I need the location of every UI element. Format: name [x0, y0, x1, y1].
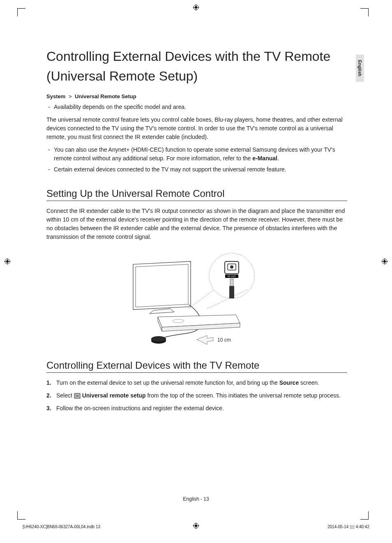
list: You can also use the Anynet+ (HDMI-CEC) …: [46, 146, 347, 174]
list-item: Certain external devices connected to th…: [46, 165, 347, 174]
chevron-right-icon: >: [67, 93, 74, 99]
registration-mark-icon: [381, 258, 388, 265]
ordered-list: Turn on the external device to set up th…: [46, 379, 347, 413]
svg-point-19: [230, 266, 233, 269]
section-heading: Controlling External Devices with the TV…: [46, 360, 347, 373]
svg-text:10 cm: 10 cm: [217, 337, 231, 343]
language-tab-label: English: [357, 60, 362, 76]
svg-line-16: [189, 290, 213, 309]
page-content: Controlling External Devices with the TV…: [46, 46, 347, 417]
page-title: Controlling External Devices with the TV…: [46, 46, 347, 86]
paragraph: Connect the IR extender cable to the TV'…: [46, 207, 347, 241]
diagram: IR OUT 10 cm: [46, 251, 347, 346]
list-item: Follow the on-screen instructions and re…: [46, 404, 347, 413]
registration-mark-icon: [193, 522, 199, 529]
external-device-icon: [158, 315, 240, 331]
distance-marker-icon: [197, 335, 213, 344]
crop-mark: [17, 511, 25, 520]
jack-plug-icon: [230, 279, 233, 286]
imprint-left: [UH6240-XC]BN68-06327A-00L04.indb 13: [23, 525, 100, 529]
breadcrumb-part: Universal Remote Setup: [75, 93, 136, 99]
crop-mark: [360, 511, 369, 520]
page-footer: English - 13: [0, 496, 392, 502]
svg-text:IR OUT: IR OUT: [228, 275, 236, 277]
imprint-right: 2014-05-14 ▯▯ 4:40:42: [327, 525, 369, 529]
svg-point-24: [151, 336, 166, 342]
svg-line-17: [207, 289, 248, 309]
list-item: Select Universal remote setup from the t…: [46, 391, 347, 400]
tv-icon: [133, 261, 191, 314]
list-item: Availability depends on the specific mod…: [46, 103, 347, 111]
paragraph: The universal remote control feature let…: [46, 116, 347, 141]
registration-mark-icon: [4, 258, 11, 265]
section-heading: Setting Up the Universal Remote Control: [46, 188, 347, 201]
list: Availability depends on the specific mod…: [46, 103, 347, 111]
list-item: Turn on the external device to set up th…: [46, 379, 347, 387]
breadcrumb: System > Universal Remote Setup: [46, 93, 347, 99]
list-item: You can also use the Anynet+ (HDMI-CEC) …: [46, 146, 347, 163]
svg-rect-22: [229, 286, 234, 298]
language-tab: English: [356, 55, 364, 82]
crop-mark: [17, 8, 25, 16]
registration-mark-icon: [193, 4, 199, 11]
universal-remote-icon: [74, 393, 81, 399]
breadcrumb-part: System: [46, 93, 65, 99]
crop-mark: [360, 8, 369, 16]
